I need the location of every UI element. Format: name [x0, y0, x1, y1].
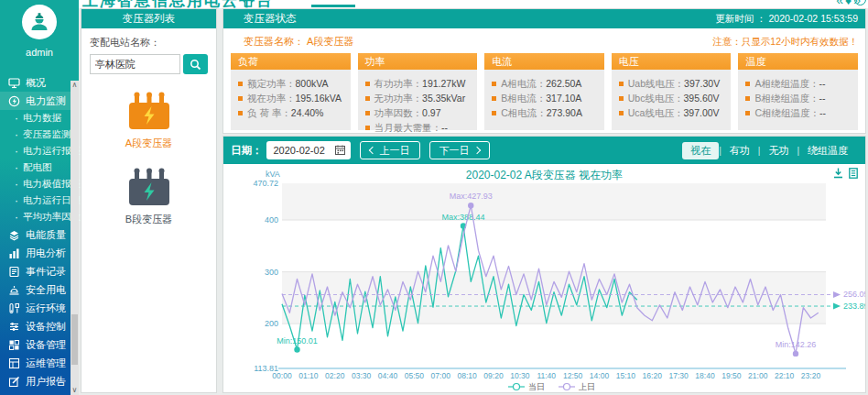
y-axis-unit: kVA — [266, 170, 280, 179]
environment-icon — [8, 302, 20, 314]
sidebar-item-power-quality[interactable]: 电能质量 — [0, 225, 79, 244]
transformer-b-label: B段变压器 — [90, 213, 208, 226]
sidebar-item-ops-management[interactable]: 运维管理 — [0, 354, 79, 372]
bar-chart-icon — [8, 247, 20, 259]
svg-text:02:20: 02:20 — [325, 371, 345, 380]
status-cards: 负荷 额定功率：800kVA 视在功率：195.16kVA 负 荷 率：24.4… — [223, 53, 865, 130]
sidebar-item-environment[interactable]: 运行环境 — [0, 299, 79, 317]
svg-text:03:30: 03:30 — [352, 371, 372, 380]
download-icon[interactable] — [833, 168, 843, 179]
svg-text:19:50: 19:50 — [722, 371, 742, 380]
sidebar-item-safe-electricity[interactable]: 安全用电 — [0, 280, 79, 299]
transformer-status-panel: 变压器状态 更新时间 ： 2020-02-02 15:53:59 变压器名称： … — [222, 8, 866, 134]
svg-text:09:20: 09:20 — [483, 371, 504, 380]
card-load: 负荷 额定功率：800kVA 视在功率：195.16kVA 负 荷 率：24.4… — [231, 53, 351, 130]
sidebar-item-user-report[interactable]: 用户报告 — [0, 372, 79, 390]
sidebar-sub-transformer-monitoring[interactable]: ·变压器监测 — [0, 126, 79, 143]
document-list-icon — [8, 266, 20, 278]
station-search-input[interactable] — [90, 54, 180, 74]
svg-text:15:10: 15:10 — [616, 371, 636, 380]
chart-toolbar: 日期： 2020-02-02 上一日 下一日 视在 | 有功 | 无功 — [223, 137, 865, 164]
svg-text:18:40: 18:40 — [695, 371, 715, 380]
transformer-b-item[interactable]: B段变压器 — [90, 167, 208, 226]
monitor-icon — [8, 77, 20, 89]
svg-text:10:30: 10:30 — [510, 371, 530, 380]
tab-active-power[interactable]: 有功 — [722, 142, 758, 159]
tab-reactive-power[interactable]: 无功 — [760, 142, 797, 159]
svg-text:07:00: 07:00 — [431, 371, 451, 380]
date-label: 日期： — [231, 144, 263, 158]
power-bolt-icon — [8, 95, 20, 107]
transformer-list-header: 变压器列表 — [81, 9, 216, 28]
sidebar-sub-avg-power-factor[interactable]: ·平均功率因数 — [0, 209, 79, 225]
transformer-list-panel: 变压器列表 变配电站名称： A段变压 — [81, 8, 217, 393]
date-value: 2020-02-02 — [266, 145, 331, 156]
tab-winding-temperature[interactable]: 绕组温度 — [799, 142, 856, 159]
scroll-down-icon[interactable]: ∨ — [71, 386, 79, 395]
sidebar-item-device-control[interactable]: 设备控制 — [0, 317, 79, 335]
sidebar-scrollbar[interactable]: ∧ ∨ — [71, 81, 79, 395]
svg-text:08:10: 08:10 — [457, 371, 477, 380]
chevron-left-icon — [368, 147, 375, 154]
sidebar: admin 概况 电力监测 ·电力数据 ·变压器监测 ·电力运行报表 ·配电图 … — [0, 0, 79, 395]
username: admin — [0, 47, 79, 58]
svg-text:12:50: 12:50 — [563, 371, 583, 380]
sidebar-sub-distribution-diagram[interactable]: ·配电图 — [0, 159, 79, 176]
active-nav-indicator — [311, 5, 355, 7]
transformer-a-item[interactable]: A段变压器 — [90, 91, 208, 150]
card-voltage: 电压 Uab线电压：397.30V Ubc线电压：395.60V Uca线电压：… — [612, 53, 732, 130]
chart-panel: 日期： 2020-02-02 上一日 下一日 视在 | 有功 | 无功 — [222, 136, 866, 393]
svg-text:05:50: 05:50 — [405, 371, 425, 380]
sidebar-item-overview[interactable]: 概况 — [0, 73, 79, 92]
edit-icon — [8, 376, 20, 388]
search-button[interactable] — [183, 54, 208, 74]
svg-text:21:00: 21:00 — [748, 371, 768, 380]
station-name-label: 变配电站名称： — [90, 36, 208, 49]
svg-text:01:10: 01:10 — [298, 371, 319, 380]
sidebar-sub-power-data[interactable]: ·电力数据 — [0, 110, 79, 126]
chevron-right-icon — [472, 147, 480, 154]
svg-text:Min:150.01: Min:150.01 — [277, 336, 318, 346]
card-current: 电流 A相电流：262.50A B相电流：317.10A C相电流：273.90… — [484, 53, 604, 130]
sidebar-sub-power-run-report[interactable]: ·电力运行报表 — [0, 143, 79, 159]
sidebar-sub-extreme-report[interactable]: ·电力极值报表 — [0, 176, 79, 192]
svg-text:22:10: 22:10 — [775, 371, 795, 380]
top-header: 上海智慧信息用电云平台 «♦» — [79, 0, 868, 8]
svg-text:200: 200 — [265, 319, 278, 328]
legend-item[interactable]: 上日 — [579, 382, 595, 391]
legend-item[interactable]: 当日 — [528, 382, 545, 391]
calendar-icon[interactable] — [331, 142, 351, 159]
sidebar-item-usage-analysis[interactable]: 用电分析 — [0, 244, 79, 262]
data-validity-notice: 注意：只显示12小时内有效数据！ — [712, 36, 858, 49]
status-panel-title: 变压器状态 — [244, 12, 297, 26]
grid-icon — [8, 339, 20, 351]
card-temperature: 温度 A相绕组温度：-- B相绕组温度：-- C相绕组温度：-- — [738, 53, 858, 130]
svg-text:04:40: 04:40 — [378, 371, 398, 380]
date-picker[interactable]: 2020-02-02 — [266, 141, 351, 159]
scroll-thumb[interactable] — [71, 314, 78, 365]
sidebar-menu: 概况 电力监测 ·电力数据 ·变压器监测 ·电力运行报表 ·配电图 ·电力极值报… — [0, 73, 79, 390]
prev-day-button[interactable]: 上一日 — [360, 141, 420, 159]
svg-text:300: 300 — [265, 268, 278, 277]
search-icon — [190, 59, 201, 71]
svg-text:Max:427.93: Max:427.93 — [450, 192, 493, 201]
app-root: admin 概况 电力监测 ·电力数据 ·变压器监测 ·电力运行报表 ·配电图 … — [0, 0, 868, 395]
sidebar-item-event-log[interactable]: 事件记录 — [0, 262, 79, 280]
next-day-button[interactable]: 下一日 — [429, 141, 490, 159]
power-line-chart[interactable]: 470.72400300200113.8100:0001:1002:2003:3… — [223, 178, 865, 392]
scroll-up-icon[interactable]: ∧ — [71, 81, 79, 90]
avatar[interactable] — [22, 5, 57, 39]
tab-apparent-power[interactable]: 视在 — [682, 142, 719, 159]
sidebar-item-device-management[interactable]: 设备管理 — [0, 335, 79, 354]
sidebar-sub-daily-report[interactable]: ·电力运行日报 — [0, 192, 79, 209]
svg-text:00:00: 00:00 — [272, 371, 292, 380]
sidebar-item-power-monitoring[interactable]: 电力监测 — [0, 92, 79, 110]
home-icon[interactable] — [242, 0, 255, 8]
svg-text:Max:388.44: Max:388.44 — [441, 213, 484, 222]
svg-text:14:00: 14:00 — [590, 371, 610, 380]
transformer-b-icon — [124, 167, 175, 207]
svg-text:233.89: 233.89 — [843, 302, 865, 311]
chart-title: 2020-02-02 A段变压器 视在功率 — [223, 164, 865, 183]
data-view-icon[interactable] — [849, 168, 858, 179]
svg-text:23:20: 23:20 — [801, 371, 821, 380]
